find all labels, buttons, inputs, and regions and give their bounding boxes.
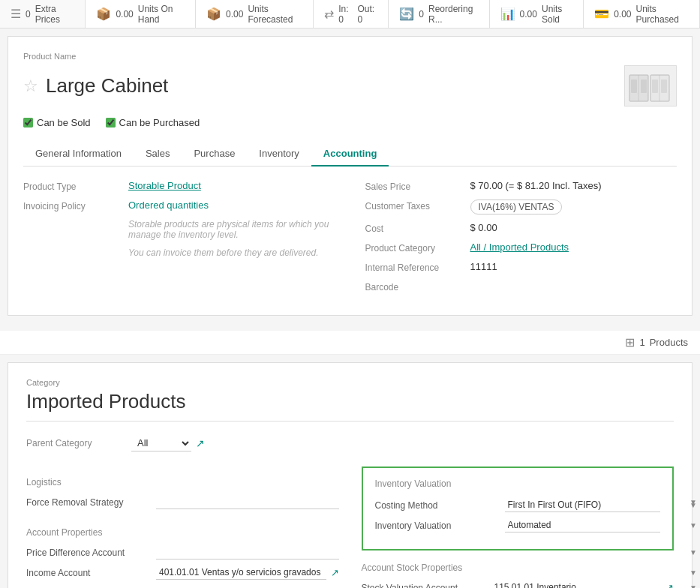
product-title-row: ☆ Large Cabinet (23, 65, 677, 106)
stat-units-forecasted[interactable]: 📦 0.00 Units Forecasted (196, 0, 314, 28)
description2-row: You can invoice them before they are del… (23, 248, 335, 258)
price-difference-select[interactable] (156, 545, 339, 560)
stock-valuation-label: Stock Valuation Account (362, 583, 485, 589)
product-label: Product Name (23, 52, 677, 61)
price-difference-row: Price Difference Account ▼ (26, 545, 339, 560)
stat-units-sold[interactable]: 📊 0.00 Units Sold (490, 0, 584, 28)
parent-category-value: All ↗ (131, 435, 205, 452)
barcode-label: Barcode (365, 280, 463, 292)
can-be-purchased-checkbox[interactable]: Can be Purchased (106, 117, 200, 128)
favorite-icon[interactable]: ☆ (23, 76, 38, 96)
force-removal-arrow: ▼ (689, 498, 697, 506)
product-description2: You can invoice them before they are del… (128, 248, 335, 258)
stats-bar: ☰ 0 Extra Prices 📦 0.00 Units On Hand 📦 … (0, 0, 700, 28)
stat-reordering[interactable]: 🔄 0 Reordering R... (389, 0, 489, 28)
grid-icon: ⊞ (625, 335, 635, 350)
stat-extra-prices[interactable]: ☰ 0 Extra Prices (0, 0, 86, 28)
tax-badge: IVA(16%) VENTAS (470, 200, 563, 214)
costing-method-value: First In First Out (FIFO) ▼ (505, 498, 661, 512)
barcode-row: Barcode (365, 280, 677, 292)
svg-rect-4 (631, 80, 637, 93)
product-thumbnail (624, 65, 677, 106)
products-label: Products (650, 337, 688, 348)
forecast-icon: 📦 (206, 7, 221, 21)
income-account-ext-link[interactable]: ↗ (331, 567, 339, 578)
product-name: Large Cabinet (46, 74, 168, 98)
box-icon: 📦 (96, 7, 111, 21)
income-account-value: 401.01.01 Ventas y/o servicios gravados … (156, 566, 339, 580)
costing-method-label: Costing Method (375, 500, 499, 511)
income-account-select[interactable]: 401.01.01 Ventas y/o servicios gravados … (156, 566, 326, 580)
extra-prices-label: Extra Prices (35, 4, 75, 25)
can-be-purchased-input[interactable] (106, 118, 116, 128)
checkboxes-row: Can be Sold Can be Purchased (23, 117, 677, 128)
tab-general[interactable]: General Information (23, 142, 134, 166)
description1-row: Storable products are physical items for… (23, 219, 335, 240)
stat-units-purchased[interactable]: 💳 0.00 Units Purchased (584, 0, 700, 28)
svg-rect-7 (661, 80, 667, 93)
cost-label: Cost (365, 222, 463, 234)
product-tabs: General Information Sales Purchase Inven… (23, 142, 677, 166)
inventory-valuation-title: Inventory Valuation (375, 478, 661, 489)
force-removal-select[interactable] (156, 495, 339, 509)
product-type-row: Product Type Storable Product (23, 180, 335, 192)
can-be-sold-label: Can be Sold (37, 117, 91, 128)
stat-units-on-hand[interactable]: 📦 0.00 Units On Hand (86, 0, 196, 28)
costing-method-select[interactable]: First In First Out (FIFO) (505, 498, 661, 512)
tab-sales[interactable]: Sales (134, 142, 182, 166)
inventory-valuation-arrow: ▼ (689, 521, 697, 530)
product-description1: Storable products are physical items for… (128, 219, 335, 240)
units-forecasted-value: 0.00 (226, 9, 243, 20)
units-forecasted-label: Units Forecasted (248, 4, 302, 25)
category-label: Category (26, 378, 674, 387)
product-type-value[interactable]: Storable Product (128, 180, 335, 191)
stock-valuation-ext-link[interactable]: ↗ (665, 582, 674, 588)
income-account-arrow: ▼ (689, 568, 697, 577)
product-type-label: Product Type (23, 180, 121, 192)
internal-ref-label: Internal Reference (365, 261, 463, 273)
can-be-sold-input[interactable] (23, 118, 33, 128)
price-difference-value: ▼ (156, 545, 339, 560)
products-count: 1 (639, 337, 644, 348)
cost-value: $ 0.00 (470, 222, 677, 233)
can-be-sold-checkbox[interactable]: Can be Sold (23, 117, 91, 128)
inventory-valuation-field-value: Automated ▼ (505, 518, 661, 532)
invoicing-policy-label: Invoicing Policy (23, 200, 121, 212)
products-count-bar: ⊞ 1 Products (0, 331, 700, 355)
inventory-valuation-select[interactable]: Automated (505, 518, 661, 532)
parent-category-label: Parent Category (26, 438, 124, 448)
cost-row: Cost $ 0.00 (365, 222, 677, 234)
product-category-value[interactable]: All / Imported Products (470, 242, 677, 253)
product-category-row: Product Category All / Imported Products (365, 242, 677, 254)
units-purchased-value: 0.00 (614, 9, 631, 20)
account-properties-title: Account Properties (26, 527, 339, 538)
category-columns: Logistics Force Removal Strategy ▼ Accou… (26, 466, 674, 588)
stat-in-out[interactable]: ⇄ In: 0 Out: 0 (314, 0, 389, 28)
costing-method-arrow: ▼ (689, 501, 697, 509)
tab-accounting[interactable]: Accounting (311, 142, 389, 166)
sales-price-label: Sales Price (365, 180, 463, 192)
parent-category-select[interactable]: All (131, 435, 191, 452)
card-icon: 💳 (594, 7, 609, 21)
stock-valuation-arrow: ▼ (689, 584, 697, 588)
income-account-row: Income Account 401.01.01 Ventas y/o serv… (26, 566, 339, 580)
internal-ref-value: 11111 (470, 261, 677, 272)
units-sold-value: 0.00 (520, 9, 537, 20)
sales-price-row: Sales Price $ 70.00 (= $ 81.20 Incl. Tax… (365, 180, 677, 192)
transfer-icon: ⇄ (324, 7, 334, 21)
stock-valuation-select[interactable]: 115.01.01 Inventario (491, 580, 662, 588)
product-fields: Product Type Storable Product Invoicing … (23, 180, 677, 300)
inventory-valuation-field-label: Inventory Valuation (375, 520, 499, 531)
tab-purchase[interactable]: Purchase (182, 142, 247, 166)
stock-valuation-row: Stock Valuation Account 115.01.01 Invent… (362, 580, 674, 588)
units-purchased-label: Units Purchased (636, 4, 689, 25)
units-on-hand-label: Units On Hand (138, 4, 185, 25)
chart-icon: 📊 (500, 7, 515, 21)
force-removal-label: Force Removal Strategy (26, 497, 150, 508)
parent-ext-link-icon[interactable]: ↗ (196, 437, 205, 449)
in-out-value-in: In: 0 (338, 4, 353, 25)
force-removal-row: Force Removal Strategy ▼ (26, 495, 339, 509)
reordering-label: Reordering R... (428, 4, 479, 25)
invoicing-policy-value: Ordered quantities (128, 200, 335, 211)
tab-inventory[interactable]: Inventory (247, 142, 311, 166)
